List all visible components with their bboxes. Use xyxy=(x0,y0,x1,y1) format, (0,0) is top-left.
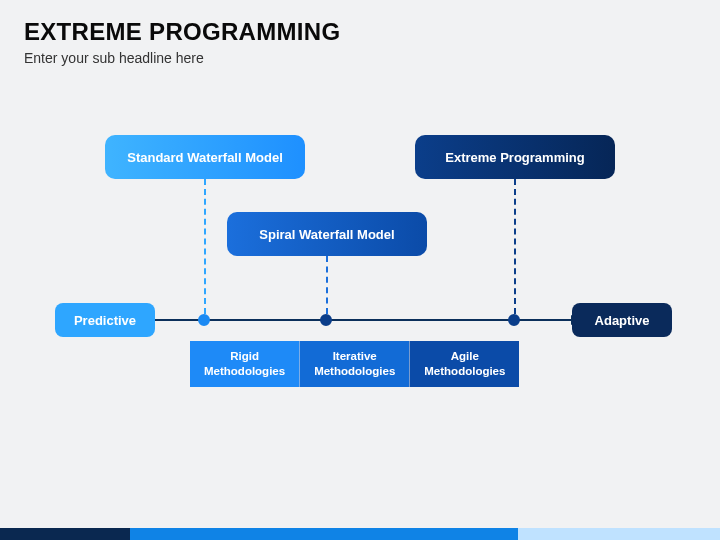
method-rigid: RigidMethodologies xyxy=(190,341,299,387)
axis-dot xyxy=(508,314,520,326)
method-label: AgileMethodologies xyxy=(424,350,505,377)
diagram-canvas: Standard Waterfall Model Extreme Program… xyxy=(0,0,720,540)
method-label: IterativeMethodologies xyxy=(314,350,395,377)
method-label: RigidMethodologies xyxy=(204,350,285,377)
pill-waterfall: Standard Waterfall Model xyxy=(105,135,305,179)
method-iterative: IterativeMethodologies xyxy=(299,341,409,387)
connector-line xyxy=(204,179,206,314)
pill-spiral: Spiral Waterfall Model xyxy=(227,212,427,256)
methodology-band: RigidMethodologies IterativeMethodologie… xyxy=(190,341,519,387)
footer-bar xyxy=(0,528,720,540)
axis-end-adaptive: Adaptive xyxy=(572,303,672,337)
method-agile: AgileMethodologies xyxy=(409,341,519,387)
axis-dot xyxy=(198,314,210,326)
axis-end-predictive: Predictive xyxy=(55,303,155,337)
connector-line xyxy=(514,179,516,314)
axis-dot xyxy=(320,314,332,326)
pill-xp: Extreme Programming xyxy=(415,135,615,179)
connector-line xyxy=(326,256,328,314)
